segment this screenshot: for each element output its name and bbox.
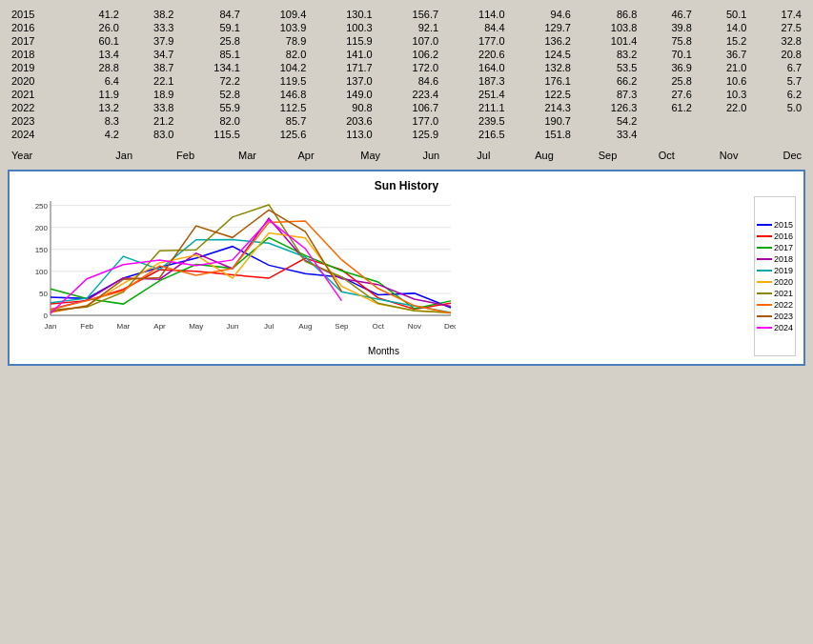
table-cell: 2024	[8, 128, 68, 141]
table-cell: 8.3	[68, 114, 122, 128]
table-cell	[640, 128, 695, 141]
legend-item: 2015	[757, 220, 793, 230]
table-cell: 2022	[8, 101, 68, 114]
table-cell: 137.0	[310, 74, 376, 88]
table-cell	[640, 114, 695, 128]
svg-text:May: May	[189, 322, 203, 331]
legend-label: 2023	[774, 312, 793, 321]
svg-text:100: 100	[35, 268, 49, 276]
svg-text:Jul: Jul	[264, 322, 274, 331]
table-cell: 176.1	[509, 74, 575, 88]
table-cell: 119.5	[244, 74, 310, 88]
table-cell: 107.0	[376, 34, 442, 48]
table-cell	[750, 114, 805, 128]
table-cell: 113.0	[310, 128, 376, 141]
table-cell	[696, 114, 750, 128]
table-row: 201760.137.925.878.9115.9107.0177.0136.2…	[8, 34, 805, 48]
table-cell: 54.2	[575, 114, 640, 128]
table-cell: 38.7	[123, 61, 177, 74]
table-cell: 177.0	[442, 34, 508, 48]
header-table: YearJanFebMarAprMayJunJulAugSepOctNovDec	[8, 149, 805, 162]
legend-item: 2017	[757, 243, 793, 252]
table-cell: 25.8	[640, 74, 695, 88]
legend-item: 2022	[757, 300, 793, 310]
legend-color	[757, 327, 772, 329]
table-cell: 10.6	[696, 74, 750, 88]
table-cell: 33.4	[575, 128, 640, 141]
table-cell: 21.2	[123, 114, 177, 128]
table-cell: 106.7	[376, 101, 442, 114]
svg-text:Mar: Mar	[116, 322, 130, 331]
table-cell: 20.8	[750, 48, 805, 61]
svg-text:Jun: Jun	[226, 322, 238, 331]
table-cell: 134.1	[177, 61, 243, 74]
legend-color	[757, 247, 772, 249]
legend-label: 2018	[774, 254, 793, 264]
table-cell: 141.0	[310, 48, 376, 61]
table-cell: 53.5	[575, 61, 640, 74]
table-cell: 187.3	[442, 74, 508, 88]
table-cell: 164.0	[442, 61, 508, 74]
table-cell: 92.1	[376, 21, 442, 34]
legend-color	[757, 281, 772, 283]
legend-item: 2018	[757, 254, 793, 264]
table-cell: 38.2	[123, 8, 177, 21]
legend-item: 2024	[757, 323, 793, 332]
col-header: Sep	[558, 149, 621, 162]
table-cell: 5.0	[750, 101, 805, 114]
svg-text:50: 50	[39, 290, 48, 298]
table-cell: 85.7	[244, 114, 310, 128]
table-cell: 11.9	[68, 88, 122, 101]
table-cell: 6.4	[68, 74, 122, 88]
table-cell: 2018	[8, 48, 68, 61]
chart-title: Sun History	[17, 179, 796, 192]
table-cell: 13.2	[68, 101, 122, 114]
table-cell: 6.2	[750, 88, 805, 101]
table-cell: 22.1	[123, 74, 177, 88]
table-cell: 84.7	[177, 8, 243, 21]
table-cell: 211.1	[442, 101, 508, 114]
legend-item: 2023	[757, 312, 793, 321]
table-cell: 18.9	[123, 88, 177, 101]
table-cell	[750, 128, 805, 141]
col-header: Nov	[679, 149, 742, 162]
table-cell: 60.1	[68, 34, 122, 48]
svg-text:250: 250	[35, 202, 49, 211]
table-cell: 2023	[8, 114, 68, 128]
svg-text:Aug: Aug	[298, 322, 312, 331]
table-cell: 72.2	[177, 74, 243, 88]
table-cell: 132.8	[509, 61, 575, 74]
table-cell: 32.8	[750, 34, 805, 48]
table-cell: 5.7	[750, 74, 805, 88]
table-cell: 34.7	[123, 48, 177, 61]
table-cell: 126.3	[575, 101, 640, 114]
table-cell: 83.0	[123, 128, 177, 141]
table-row: 20244.283.0115.5125.6113.0125.9216.5151.…	[8, 128, 805, 141]
table-cell: 203.6	[310, 114, 376, 128]
table-cell: 41.2	[68, 8, 122, 21]
table-cell: 52.8	[177, 88, 243, 101]
table-cell: 122.5	[509, 88, 575, 101]
table-cell: 130.1	[310, 8, 376, 21]
table-row: 202213.233.855.9112.590.8106.7211.1214.3…	[8, 101, 805, 114]
table-cell: 156.7	[376, 8, 442, 21]
legend-item: 2020	[757, 277, 793, 287]
table-cell: 55.9	[177, 101, 243, 114]
legend-label: 2016	[774, 231, 793, 241]
chart-legend: 2015201620172018201920202021202220232024	[754, 196, 796, 356]
table-cell: 4.2	[68, 128, 122, 141]
table-cell: 13.4	[68, 48, 122, 61]
legend-item: 2021	[757, 289, 793, 298]
table-cell: 83.2	[575, 48, 640, 61]
table-cell: 146.8	[244, 88, 310, 101]
legend-label: 2024	[774, 323, 793, 332]
table-row: 201541.238.284.7109.4130.1156.7114.094.6…	[8, 8, 805, 21]
table-cell: 216.5	[442, 128, 508, 141]
legend-label: 2015	[774, 220, 793, 230]
table-cell: 15.2	[696, 34, 750, 48]
table-cell: 36.7	[696, 48, 750, 61]
table-cell: 2017	[8, 34, 68, 48]
svg-text:Sep: Sep	[335, 322, 349, 331]
table-cell: 171.7	[310, 61, 376, 74]
table-cell: 27.5	[750, 21, 805, 34]
